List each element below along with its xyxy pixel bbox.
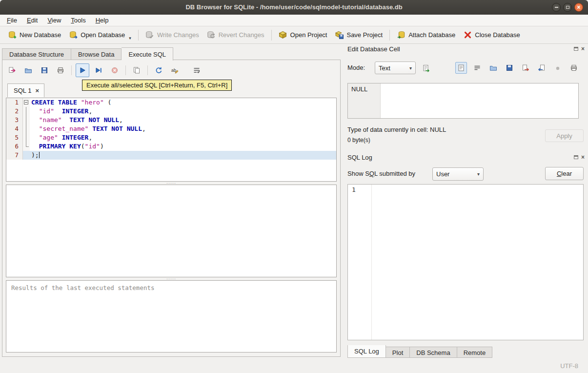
code-text: ); bbox=[30, 151, 336, 160]
sql-log-area[interactable]: 1 bbox=[347, 184, 584, 340]
menu-view[interactable]: View bbox=[42, 15, 66, 26]
export-cell-button[interactable] bbox=[520, 62, 531, 74]
tab-browse-data[interactable]: Browse Data bbox=[71, 48, 122, 60]
titlebar[interactable]: DB Browser for SQLite - /home/user/code/… bbox=[0, 0, 588, 15]
open-project-label: Open Project bbox=[290, 31, 327, 39]
set-null-button[interactable] bbox=[552, 62, 564, 74]
editor-line[interactable]: 4 "secret_name" TEXT NOT NULL, bbox=[6, 124, 336, 133]
close-icon: × bbox=[577, 4, 580, 10]
fold-guide bbox=[23, 133, 30, 142]
execution-log-pane[interactable]: Results of the last executed statements bbox=[6, 280, 337, 352]
save-project-label: Save Project bbox=[346, 31, 383, 39]
save-project-button[interactable]: Save Project bbox=[331, 28, 386, 42]
code-text: "secret_name" TEXT NOT NULL, bbox=[30, 124, 336, 133]
set-null-icon bbox=[554, 64, 562, 72]
text-mode-button[interactable] bbox=[455, 62, 467, 74]
sql-editor[interactable]: 1CREATE TABLE "hero" (2 "id" INTEGER,3 "… bbox=[6, 98, 337, 182]
word-wrap-button[interactable] bbox=[190, 63, 203, 77]
line-number: 4 bbox=[6, 124, 23, 133]
minimize-icon bbox=[555, 7, 558, 8]
mode-select[interactable]: Text ▾ bbox=[375, 62, 416, 74]
maximize-button[interactable] bbox=[563, 3, 572, 12]
editor-line[interactable]: 6 PRIMARY KEY("id") bbox=[6, 142, 336, 151]
execute-sql-panel: ab SQL 1 × 1CREATE TABLE "hero" (2 "id" … bbox=[2, 60, 341, 357]
sql-log-dock-title: SQL Log bbox=[347, 154, 372, 161]
save-sql-file-button[interactable] bbox=[38, 63, 51, 77]
fold-marker-icon[interactable] bbox=[23, 98, 30, 107]
cell-editor-margin: NULL bbox=[348, 83, 381, 118]
close-dock-icon[interactable]: × bbox=[581, 46, 585, 51]
new-database-button[interactable]: New Database bbox=[4, 28, 65, 42]
print-sql-button[interactable] bbox=[54, 63, 67, 77]
sql-toolbar: ab bbox=[5, 63, 203, 78]
new-database-label: New Database bbox=[20, 31, 61, 39]
results-grid[interactable] bbox=[6, 185, 337, 277]
tab-remote[interactable]: Remote bbox=[457, 347, 493, 358]
write-changes-icon bbox=[145, 31, 154, 40]
open-database-label: Open Database bbox=[81, 31, 125, 39]
print-cell-button[interactable] bbox=[568, 62, 580, 74]
execute-all-button[interactable] bbox=[76, 63, 89, 77]
sql-log-filter-value: User bbox=[436, 170, 449, 178]
open-sql-new-tab-button[interactable] bbox=[5, 63, 19, 77]
menu-edit[interactable]: Edit bbox=[22, 15, 42, 26]
import-cell-button[interactable] bbox=[536, 62, 547, 74]
editor-line[interactable]: 5 "age" INTEGER, bbox=[6, 133, 336, 142]
tab-label: DB Schema bbox=[416, 349, 450, 356]
menu-help[interactable]: Help bbox=[91, 15, 114, 26]
editor-line[interactable]: 1CREATE TABLE "hero" ( bbox=[6, 98, 336, 107]
sql-log-filter-select[interactable]: User ▾ bbox=[432, 167, 484, 181]
close-window-button[interactable]: × bbox=[574, 3, 583, 12]
float-dock-icon[interactable] bbox=[574, 155, 578, 159]
attach-database-button[interactable]: Attach Database bbox=[393, 28, 459, 42]
minimize-button[interactable] bbox=[552, 3, 561, 12]
close-sql-tab-icon[interactable]: × bbox=[35, 87, 39, 94]
open-file-icon bbox=[489, 64, 497, 72]
menu-file[interactable]: File bbox=[2, 15, 22, 26]
splitter-dots-icon: ····· bbox=[166, 182, 176, 185]
sql-log-filter-label: Show SQL submitted by bbox=[347, 167, 415, 181]
open-sql-file-button[interactable] bbox=[21, 63, 35, 77]
tab-plot[interactable]: Plot bbox=[386, 347, 410, 358]
open-cell-file-button[interactable] bbox=[487, 62, 499, 74]
tab-database-structure[interactable]: Database Structure bbox=[2, 48, 71, 60]
fold-guide bbox=[23, 124, 30, 133]
menu-tools[interactable]: Tools bbox=[66, 15, 90, 26]
cell-value-editor[interactable]: NULL bbox=[347, 83, 579, 119]
open-database-dropdown-icon[interactable]: ▾ bbox=[129, 36, 131, 42]
revert-changes-label: Revert Changes bbox=[219, 31, 264, 39]
import-text-button[interactable] bbox=[420, 62, 432, 75]
dock-controls: × bbox=[574, 46, 585, 51]
tab-execute-sql[interactable]: Execute SQL bbox=[122, 47, 173, 61]
line-number: 7 bbox=[6, 151, 23, 160]
tab-sql-log[interactable]: SQL Log bbox=[347, 345, 386, 358]
format-sql-icon bbox=[155, 66, 162, 74]
toolbar-separator bbox=[125, 65, 126, 75]
editor-line[interactable]: 2 "id" INTEGER, bbox=[6, 107, 336, 116]
close-dock-icon[interactable]: × bbox=[581, 155, 585, 160]
float-dock-icon[interactable] bbox=[574, 47, 578, 51]
format-sql-button[interactable] bbox=[152, 63, 165, 77]
editor-line[interactable]: 7); bbox=[6, 151, 336, 160]
dock-controls: × bbox=[574, 155, 585, 160]
text-caret bbox=[39, 152, 40, 158]
copy-sql-button[interactable] bbox=[130, 63, 143, 77]
revert-changes-button: Revert Changes bbox=[203, 28, 268, 42]
clear-log-button[interactable]: Clear bbox=[545, 167, 584, 180]
sql-tab[interactable]: SQL 1 × bbox=[7, 83, 44, 97]
open-project-button[interactable]: Open Project bbox=[275, 28, 331, 42]
execute-line-button[interactable] bbox=[92, 63, 105, 77]
save-cell-file-button[interactable] bbox=[504, 62, 515, 74]
window-controls: × bbox=[552, 3, 583, 12]
line-number: 3 bbox=[6, 116, 23, 124]
open-sql-file-icon bbox=[24, 66, 32, 74]
editor-line[interactable]: 3 "name" TEXT NOT NULL, bbox=[6, 116, 336, 124]
close-database-button[interactable]: Close Database bbox=[459, 28, 524, 42]
open-database-button[interactable]: Open Database ▾ bbox=[65, 28, 135, 42]
tab-db-schema[interactable]: DB Schema bbox=[410, 347, 457, 358]
auto-completion-button[interactable]: ab bbox=[168, 63, 182, 77]
word-wrap-cell-button[interactable] bbox=[471, 62, 483, 74]
line-number: 5 bbox=[6, 133, 23, 142]
toolbar-separator bbox=[389, 30, 390, 41]
log-line-gutter: 1 bbox=[348, 185, 372, 340]
